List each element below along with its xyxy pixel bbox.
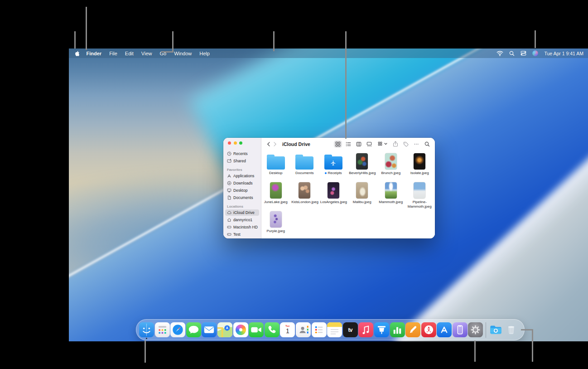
- spotlight-search-icon[interactable]: [509, 51, 515, 56]
- image-thumbnail: [385, 182, 397, 199]
- dock-separator: [486, 322, 486, 338]
- dock-numbers-icon[interactable]: [390, 322, 405, 337]
- callout-line-spotlight: [535, 30, 536, 48]
- dock-app-store-icon[interactable]: [437, 322, 452, 337]
- sidebar-item-dannyrico1[interactable]: dannyrico1: [225, 217, 259, 223]
- file-label: BeverlyHills.jpeg: [349, 171, 375, 175]
- dock-music-icon[interactable]: [358, 322, 373, 337]
- annotated-macos-screenshot: { "colors": { "callout_line": "#8c8c8c",…: [0, 0, 588, 369]
- sidebar-item-documents[interactable]: Documents: [225, 194, 259, 201]
- file-label: Brunch.jpeg: [381, 171, 400, 175]
- dock-contacts-icon[interactable]: [296, 322, 311, 337]
- hard-drive-icon: [227, 225, 231, 229]
- dock-safari-icon[interactable]: [170, 322, 185, 337]
- sidebar-item-downloads[interactable]: Downloads: [225, 180, 259, 186]
- dock-pages-icon[interactable]: [405, 322, 420, 337]
- minimize-button[interactable]: [234, 141, 237, 145]
- dock-calendar-icon[interactable]: Tue1: [280, 322, 295, 337]
- sidebar-item-recents[interactable]: Recents: [225, 151, 259, 157]
- dock-launchpad-icon[interactable]: [155, 322, 170, 337]
- dock-keynote-icon[interactable]: [374, 322, 389, 337]
- sidebar-item-applications[interactable]: Applications: [225, 173, 259, 179]
- image-thumbnail: [414, 153, 425, 170]
- sidebar-item-label: iCloud Drive: [233, 210, 255, 215]
- dock-mail-icon[interactable]: [202, 322, 217, 337]
- home-icon: [227, 218, 231, 222]
- callout-line-apple-menu: [74, 31, 76, 49]
- dock-photos-icon[interactable]: [233, 322, 248, 337]
- sidebar-item-desktop[interactable]: Desktop: [225, 187, 259, 194]
- menu-window[interactable]: Window: [170, 51, 196, 56]
- siri-icon[interactable]: [532, 50, 538, 56]
- gallery-view-button[interactable]: [365, 141, 373, 148]
- search-icon[interactable]: [424, 141, 430, 147]
- share-icon[interactable]: [393, 141, 398, 147]
- dock-facetime-icon[interactable]: [249, 322, 264, 337]
- file-mammoth-jpeg[interactable]: Mammoth.jpeg: [376, 180, 405, 209]
- back-button[interactable]: [265, 141, 272, 148]
- callout-line-trash-horizontal: [521, 329, 533, 330]
- desktop-screen: FinderFileEditViewGoWindowHelp Tue Apr 1…: [69, 49, 588, 341]
- file-malibu-jpeg[interactable]: Malibu.jpeg: [348, 180, 377, 209]
- menu-help[interactable]: Help: [196, 51, 214, 56]
- forward-button[interactable]: [272, 141, 278, 148]
- icon-view-button[interactable]: [334, 141, 342, 148]
- file-label: KidsLondon.jpeg: [291, 200, 318, 204]
- menu-finder[interactable]: Finder: [82, 51, 106, 56]
- menu-bar-status: Tue Apr 1 9:41 AM: [496, 50, 583, 56]
- dock-trash-icon[interactable]: [504, 322, 519, 337]
- file-documents[interactable]: Documents: [290, 151, 319, 180]
- dock-iphone-mirroring-icon[interactable]: [453, 322, 468, 337]
- list-view-button[interactable]: [344, 141, 352, 148]
- finder-main: iCloud Drive: [261, 138, 435, 238]
- dock-messages-icon[interactable]: [186, 322, 201, 337]
- folder-icon-airplane: [324, 156, 342, 170]
- file-losangeles-jpeg[interactable]: LosAngeles.jpeg: [319, 180, 348, 209]
- zoom-button[interactable]: [239, 141, 242, 145]
- more-icon[interactable]: [414, 141, 419, 147]
- sidebar-item-label: Recents: [233, 151, 248, 156]
- dock-phone-icon[interactable]: [265, 322, 280, 337]
- menu-bar-clock[interactable]: Tue Apr 1 9:41 AM: [544, 51, 583, 56]
- image-thumbnail: [270, 211, 282, 228]
- file-desktop[interactable]: Desktop: [261, 151, 290, 180]
- sidebar-item-test[interactable]: Test: [225, 231, 259, 238]
- finder-window[interactable]: RecentsSharedFavoritesApplicationsDownlo…: [223, 138, 435, 238]
- column-view-button[interactable]: [355, 141, 363, 148]
- wifi-icon[interactable]: [496, 50, 503, 56]
- file-pipeline-mammoth-jpeg[interactable]: Pipeline-Mammoth.jpeg: [405, 180, 434, 209]
- menu-file[interactable]: File: [106, 51, 121, 56]
- file-label: Receipts: [325, 171, 342, 175]
- file-brunch-jpeg[interactable]: Brunch.jpeg: [376, 151, 405, 180]
- sidebar-item-label: Shared: [233, 159, 246, 163]
- file-purple-jpeg[interactable]: Purple.jpeg: [261, 209, 290, 238]
- cloud-icon: [227, 210, 231, 215]
- file-receipts[interactable]: Receipts: [319, 151, 348, 180]
- group-button[interactable]: [378, 141, 387, 147]
- sidebar-item-label: Macintosh HD: [233, 225, 258, 229]
- clock-icon: [227, 151, 231, 156]
- dock-tv-icon[interactable]: tv: [343, 322, 358, 337]
- file-kidslondon-jpeg[interactable]: KidsLondon.jpeg: [290, 180, 319, 209]
- tag-icon[interactable]: [403, 141, 409, 147]
- menu-edit[interactable]: Edit: [121, 51, 137, 56]
- dock-reminders-icon[interactable]: [312, 322, 327, 337]
- dock-notes-icon[interactable]: [327, 322, 342, 337]
- sidebar-item-icloud-drive[interactable]: iCloud Drive: [225, 209, 259, 216]
- control-center-icon[interactable]: [521, 50, 526, 56]
- dock-downloads-icon[interactable]: [488, 322, 503, 337]
- file-isolate-jpeg[interactable]: Isolate.jpeg: [405, 151, 434, 180]
- sidebar-item-macintosh-hd[interactable]: Macintosh HD: [225, 224, 259, 230]
- dock-system-settings-icon[interactable]: [468, 322, 483, 337]
- dock-finder-icon[interactable]: [139, 322, 154, 337]
- menu-view[interactable]: View: [137, 51, 156, 56]
- file-beverlyhills-jpeg[interactable]: BeverlyHills.jpeg: [348, 151, 377, 180]
- close-button[interactable]: [228, 141, 231, 145]
- dock-maps-icon[interactable]: [217, 322, 232, 337]
- file-junelake-jpeg[interactable]: JuneLake.jpeg: [261, 180, 290, 209]
- apple-menu[interactable]: [73, 50, 82, 57]
- file-label: Isolate.jpeg: [410, 171, 429, 175]
- dock-games-icon[interactable]: [421, 322, 436, 337]
- callout-line-menu-bar: [273, 31, 275, 51]
- sidebar-item-shared[interactable]: Shared: [225, 158, 259, 164]
